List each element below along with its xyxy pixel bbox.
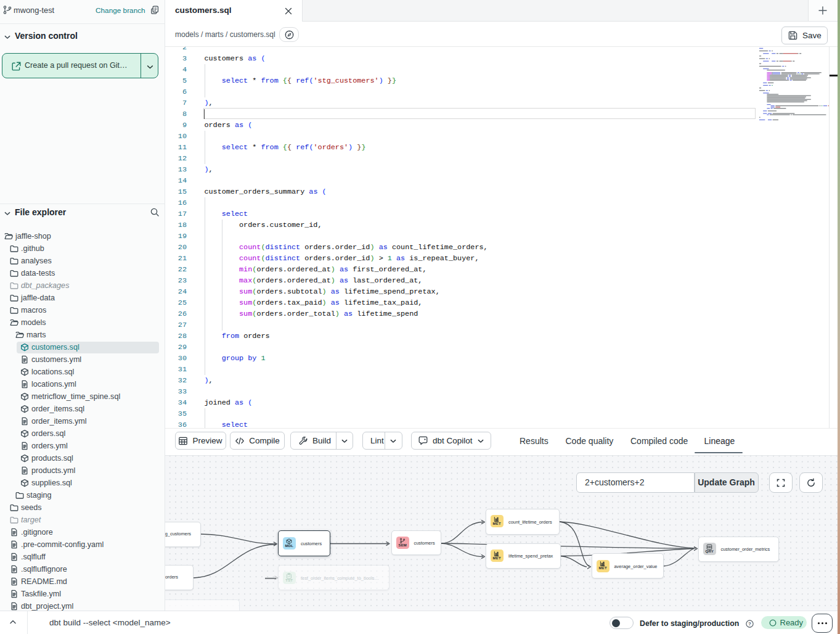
svg-text:?: ?: [748, 621, 751, 627]
